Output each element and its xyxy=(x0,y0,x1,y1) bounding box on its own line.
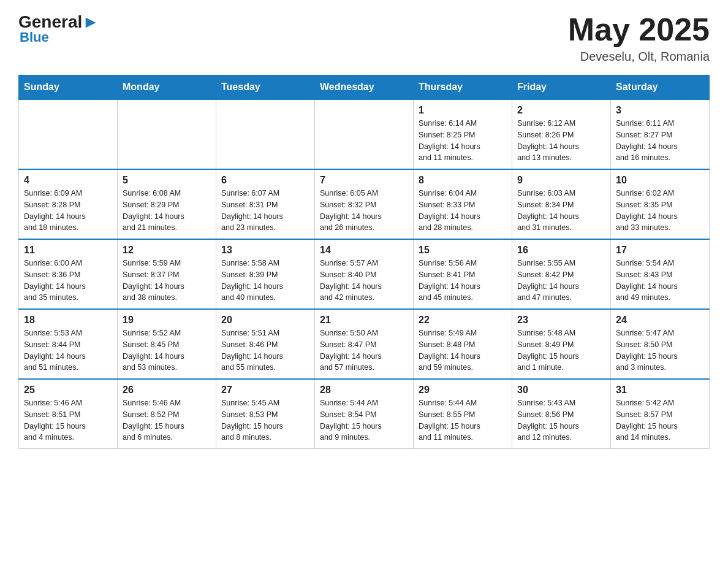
day-info: Sunrise: 5:47 AM Sunset: 8:50 PM Dayligh… xyxy=(616,327,704,373)
day-info: Sunrise: 5:44 AM Sunset: 8:55 PM Dayligh… xyxy=(419,397,507,443)
calendar-cell: 2Sunrise: 6:12 AM Sunset: 8:26 PM Daylig… xyxy=(512,99,611,169)
calendar-cell xyxy=(118,99,216,169)
day-info: Sunrise: 6:05 AM Sunset: 8:32 PM Dayligh… xyxy=(320,188,408,234)
weekday-header-sunday: Sunday xyxy=(19,75,118,100)
week-row-5: 25Sunrise: 5:46 AM Sunset: 8:51 PM Dayli… xyxy=(19,379,710,449)
calendar-cell: 9Sunrise: 6:03 AM Sunset: 8:34 PM Daylig… xyxy=(512,169,611,239)
weekday-header-thursday: Thursday xyxy=(414,75,512,100)
day-number: 31 xyxy=(616,385,704,396)
page-header: General ► Blue May 2025 Deveselu, Olt, R… xyxy=(18,12,710,64)
calendar-cell: 18Sunrise: 5:53 AM Sunset: 8:44 PM Dayli… xyxy=(19,309,118,379)
calendar-cell: 31Sunrise: 5:42 AM Sunset: 8:57 PM Dayli… xyxy=(611,379,710,449)
logo-blue-text: ► xyxy=(82,12,99,32)
day-number: 16 xyxy=(517,245,605,256)
calendar-cell xyxy=(216,99,315,169)
day-number: 4 xyxy=(24,175,112,186)
day-number: 5 xyxy=(123,175,211,186)
day-info: Sunrise: 5:59 AM Sunset: 8:37 PM Dayligh… xyxy=(123,258,211,304)
day-info: Sunrise: 5:48 AM Sunset: 8:49 PM Dayligh… xyxy=(517,327,605,373)
day-number: 13 xyxy=(221,245,309,256)
day-number: 6 xyxy=(221,175,309,186)
calendar-cell: 20Sunrise: 5:51 AM Sunset: 8:46 PM Dayli… xyxy=(216,309,315,379)
day-info: Sunrise: 5:44 AM Sunset: 8:54 PM Dayligh… xyxy=(320,397,408,443)
calendar-cell: 23Sunrise: 5:48 AM Sunset: 8:49 PM Dayli… xyxy=(512,309,611,379)
day-number: 24 xyxy=(616,315,704,326)
day-number: 8 xyxy=(419,175,507,186)
day-number: 18 xyxy=(24,315,112,326)
day-info: Sunrise: 5:43 AM Sunset: 8:56 PM Dayligh… xyxy=(517,397,605,443)
title-section: May 2025 Deveselu, Olt, Romania xyxy=(568,12,710,64)
day-info: Sunrise: 6:12 AM Sunset: 8:26 PM Dayligh… xyxy=(517,118,605,164)
day-number: 25 xyxy=(24,385,112,396)
day-number: 29 xyxy=(419,385,507,396)
day-info: Sunrise: 5:54 AM Sunset: 8:43 PM Dayligh… xyxy=(616,258,704,304)
day-number: 23 xyxy=(517,315,605,326)
day-info: Sunrise: 5:42 AM Sunset: 8:57 PM Dayligh… xyxy=(616,397,704,443)
day-info: Sunrise: 5:56 AM Sunset: 8:41 PM Dayligh… xyxy=(419,258,507,304)
day-number: 2 xyxy=(517,105,605,116)
day-number: 9 xyxy=(517,175,605,186)
calendar-cell: 19Sunrise: 5:52 AM Sunset: 8:45 PM Dayli… xyxy=(118,309,216,379)
weekday-header-saturday: Saturday xyxy=(611,75,710,100)
calendar-cell: 8Sunrise: 6:04 AM Sunset: 8:33 PM Daylig… xyxy=(414,169,512,239)
month-title: May 2025 xyxy=(568,12,710,47)
day-number: 17 xyxy=(616,245,704,256)
calendar-cell: 17Sunrise: 5:54 AM Sunset: 8:43 PM Dayli… xyxy=(611,239,710,309)
day-info: Sunrise: 6:11 AM Sunset: 8:27 PM Dayligh… xyxy=(616,118,704,164)
day-number: 3 xyxy=(616,105,704,116)
day-info: Sunrise: 5:45 AM Sunset: 8:53 PM Dayligh… xyxy=(221,397,309,443)
day-info: Sunrise: 6:04 AM Sunset: 8:33 PM Dayligh… xyxy=(419,188,507,234)
day-info: Sunrise: 6:09 AM Sunset: 8:28 PM Dayligh… xyxy=(24,188,112,234)
day-info: Sunrise: 5:46 AM Sunset: 8:52 PM Dayligh… xyxy=(123,397,211,443)
day-info: Sunrise: 6:08 AM Sunset: 8:29 PM Dayligh… xyxy=(123,188,211,234)
calendar-cell: 1Sunrise: 6:14 AM Sunset: 8:25 PM Daylig… xyxy=(414,99,512,169)
calendar-cell: 22Sunrise: 5:49 AM Sunset: 8:48 PM Dayli… xyxy=(414,309,512,379)
day-number: 28 xyxy=(320,385,408,396)
day-number: 15 xyxy=(419,245,507,256)
calendar-cell: 27Sunrise: 5:45 AM Sunset: 8:53 PM Dayli… xyxy=(216,379,315,449)
day-info: Sunrise: 5:51 AM Sunset: 8:46 PM Dayligh… xyxy=(221,327,309,373)
calendar-table: SundayMondayTuesdayWednesdayThursdayFrid… xyxy=(18,75,710,449)
day-info: Sunrise: 5:58 AM Sunset: 8:39 PM Dayligh… xyxy=(221,258,309,304)
day-number: 21 xyxy=(320,315,408,326)
day-number: 7 xyxy=(320,175,408,186)
calendar-cell: 4Sunrise: 6:09 AM Sunset: 8:28 PM Daylig… xyxy=(19,169,118,239)
day-number: 1 xyxy=(419,105,507,116)
day-number: 10 xyxy=(616,175,704,186)
day-info: Sunrise: 6:07 AM Sunset: 8:31 PM Dayligh… xyxy=(221,188,309,234)
day-number: 26 xyxy=(123,385,211,396)
calendar-cell: 15Sunrise: 5:56 AM Sunset: 8:41 PM Dayli… xyxy=(414,239,512,309)
week-row-1: 1Sunrise: 6:14 AM Sunset: 8:25 PM Daylig… xyxy=(19,99,710,169)
calendar-cell: 12Sunrise: 5:59 AM Sunset: 8:37 PM Dayli… xyxy=(118,239,216,309)
calendar-cell: 26Sunrise: 5:46 AM Sunset: 8:52 PM Dayli… xyxy=(118,379,216,449)
day-info: Sunrise: 5:50 AM Sunset: 8:47 PM Dayligh… xyxy=(320,327,408,373)
day-info: Sunrise: 6:00 AM Sunset: 8:36 PM Dayligh… xyxy=(24,258,112,304)
logo: General ► Blue xyxy=(18,12,99,45)
calendar-cell: 29Sunrise: 5:44 AM Sunset: 8:55 PM Dayli… xyxy=(414,379,512,449)
day-info: Sunrise: 5:55 AM Sunset: 8:42 PM Dayligh… xyxy=(517,258,605,304)
calendar-cell: 7Sunrise: 6:05 AM Sunset: 8:32 PM Daylig… xyxy=(315,169,414,239)
day-number: 27 xyxy=(221,385,309,396)
day-number: 12 xyxy=(123,245,211,256)
week-row-2: 4Sunrise: 6:09 AM Sunset: 8:28 PM Daylig… xyxy=(19,169,710,239)
calendar-cell: 5Sunrise: 6:08 AM Sunset: 8:29 PM Daylig… xyxy=(118,169,216,239)
weekday-header-monday: Monday xyxy=(118,75,216,100)
weekday-header-wednesday: Wednesday xyxy=(315,75,414,100)
day-info: Sunrise: 5:46 AM Sunset: 8:51 PM Dayligh… xyxy=(24,397,112,443)
day-info: Sunrise: 5:52 AM Sunset: 8:45 PM Dayligh… xyxy=(123,327,211,373)
calendar-cell xyxy=(19,99,118,169)
calendar-cell: 21Sunrise: 5:50 AM Sunset: 8:47 PM Dayli… xyxy=(315,309,414,379)
calendar-cell xyxy=(315,99,414,169)
calendar-cell: 14Sunrise: 5:57 AM Sunset: 8:40 PM Dayli… xyxy=(315,239,414,309)
logo-subtext: Blue xyxy=(18,29,49,45)
day-info: Sunrise: 6:14 AM Sunset: 8:25 PM Dayligh… xyxy=(419,118,507,164)
day-info: Sunrise: 5:53 AM Sunset: 8:44 PM Dayligh… xyxy=(24,327,112,373)
day-number: 30 xyxy=(517,385,605,396)
week-row-4: 18Sunrise: 5:53 AM Sunset: 8:44 PM Dayli… xyxy=(19,309,710,379)
day-number: 22 xyxy=(419,315,507,326)
day-info: Sunrise: 5:49 AM Sunset: 8:48 PM Dayligh… xyxy=(419,327,507,373)
day-info: Sunrise: 6:03 AM Sunset: 8:34 PM Dayligh… xyxy=(517,188,605,234)
day-info: Sunrise: 5:57 AM Sunset: 8:40 PM Dayligh… xyxy=(320,258,408,304)
weekday-header-friday: Friday xyxy=(512,75,611,100)
calendar-cell: 13Sunrise: 5:58 AM Sunset: 8:39 PM Dayli… xyxy=(216,239,315,309)
